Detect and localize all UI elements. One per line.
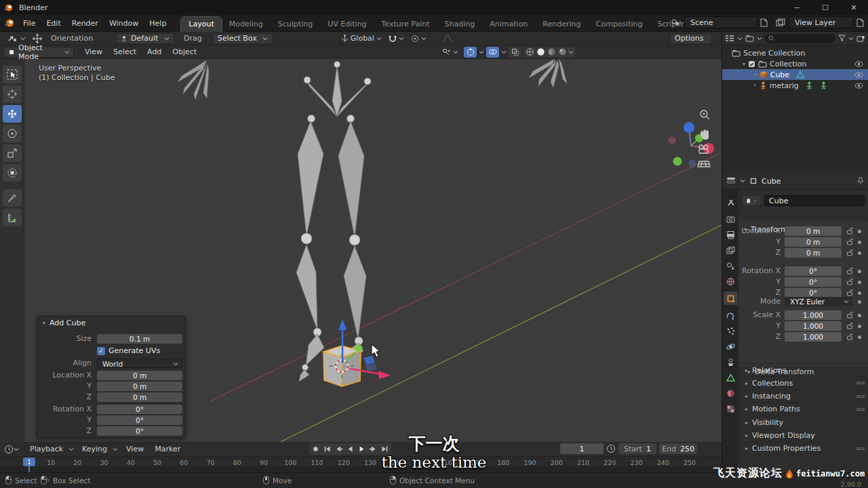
prev-keyframe-button[interactable]: [334, 444, 344, 454]
cursor-tool[interactable]: [3, 85, 22, 103]
section-instancing[interactable]: ▸Instancing≡≡: [738, 390, 868, 403]
lock-open-icon[interactable]: [846, 311, 854, 319]
solid-shading-button[interactable]: [536, 47, 546, 57]
animate-dot-icon[interactable]: [858, 230, 861, 233]
next-keyframe-button[interactable]: [368, 444, 378, 454]
object-tab[interactable]: [724, 291, 738, 305]
scale-tool[interactable]: [3, 144, 22, 162]
play-reverse-button[interactable]: [345, 444, 355, 454]
jump-start-button[interactable]: [322, 444, 332, 454]
menu-render[interactable]: Render: [66, 17, 104, 30]
active-tool-icon[interactable]: [4, 33, 29, 44]
lock-open-icon[interactable]: [846, 267, 854, 274]
annotate-tool[interactable]: [3, 189, 22, 207]
outliner-row-metarig[interactable]: •metarig: [722, 80, 868, 91]
lock-open-icon[interactable]: [846, 278, 854, 285]
workspace-tab-sculpting[interactable]: Sculpting: [271, 17, 320, 32]
timeline-editor-icon[interactable]: [4, 445, 14, 454]
size-field[interactable]: 0.1 m: [97, 334, 182, 344]
scene-name-field[interactable]: Scene: [684, 16, 757, 28]
timeline-menu-keying[interactable]: Keying: [77, 443, 113, 455]
gizmos-toggle[interactable]: [464, 47, 477, 58]
maximize-button[interactable]: ☐: [811, 0, 840, 15]
workspace-tab-modeling[interactable]: Modeling: [222, 17, 271, 32]
viewport-menu-object[interactable]: Object: [167, 45, 202, 58]
viewport-menu-select[interactable]: Select: [108, 45, 142, 58]
grid-ortho-icon[interactable]: [698, 161, 710, 167]
outliner-row-scene-collection[interactable]: Scene Collection: [722, 47, 868, 58]
material-shading-button[interactable]: [547, 47, 557, 57]
physics-tab[interactable]: [724, 340, 738, 353]
new-view-layer-icon[interactable]: [856, 18, 864, 27]
y-value-field[interactable]: 0 m: [785, 237, 842, 247]
workspace-tab-animation[interactable]: Animation: [482, 17, 535, 32]
object-types-visibility-dropdown[interactable]: [439, 47, 462, 58]
viewport-menu-add[interactable]: Add: [142, 45, 167, 58]
section-collections[interactable]: ▸Collections≡≡: [738, 376, 868, 389]
animate-dot-icon[interactable]: [858, 300, 861, 304]
location-x-value-field[interactable]: 0 m: [785, 226, 842, 236]
view-layer-icon[interactable]: [776, 18, 786, 26]
close-button[interactable]: ✕: [840, 0, 868, 15]
tool-tab[interactable]: [724, 195, 738, 209]
select-box-tool[interactable]: [3, 66, 22, 83]
section-visibility[interactable]: ▸Visibility: [738, 415, 868, 428]
id-type-dropdown[interactable]: [741, 195, 762, 206]
eye-icon[interactable]: [854, 61, 863, 67]
mode-value-field[interactable]: XYZ Euler: [785, 297, 852, 306]
transform-tool[interactable]: [3, 164, 22, 182]
view-layer-tab[interactable]: [724, 243, 738, 257]
rotation-x-value-field[interactable]: 0°: [785, 266, 842, 276]
y-field[interactable]: 0°: [97, 415, 182, 425]
scale-x-value-field[interactable]: 1.000: [785, 310, 842, 320]
zoom-icon[interactable]: [701, 110, 709, 119]
outliner-search-input[interactable]: [765, 34, 835, 43]
new-scene-icon[interactable]: [760, 18, 768, 27]
animate-dot-icon[interactable]: [858, 281, 861, 284]
workspace-tab-compositing[interactable]: Compositing: [589, 17, 650, 32]
menu-edit[interactable]: Edit: [41, 17, 66, 30]
animate-dot-icon[interactable]: [858, 325, 861, 328]
constraints-tab[interactable]: [724, 355, 738, 369]
z-field[interactable]: 0°: [97, 426, 182, 436]
xray-toggle[interactable]: [509, 47, 521, 58]
scene-tab[interactable]: [724, 259, 738, 272]
display-mode-icon[interactable]: [725, 35, 734, 42]
animate-dot-icon[interactable]: [858, 314, 861, 317]
pin-icon[interactable]: [857, 177, 864, 185]
section-motion-paths[interactable]: ▸Motion Paths≡≡: [738, 403, 868, 415]
material-tab[interactable]: [724, 386, 738, 400]
section-viewport-display[interactable]: ▸Viewport Display: [738, 429, 868, 442]
y-value-field[interactable]: 1.000: [785, 321, 842, 331]
animate-dot-icon[interactable]: [858, 336, 861, 339]
scene-icon[interactable]: [671, 18, 682, 26]
menu-file[interactable]: File: [18, 17, 41, 30]
editor-type-icon[interactable]: [726, 177, 736, 185]
record-button[interactable]: [311, 444, 321, 454]
new-collection-icon[interactable]: [856, 35, 865, 42]
modifiers-tab[interactable]: [724, 308, 738, 322]
falloff-curve-icon[interactable]: [442, 35, 453, 42]
output-tab[interactable]: [724, 228, 738, 241]
z-field[interactable]: 0 m: [97, 392, 182, 402]
filter-collection-icon[interactable]: [745, 35, 754, 42]
outliner-row-collection[interactable]: ▾Collection: [722, 58, 868, 69]
data-tab[interactable]: [724, 371, 738, 384]
lock-open-icon[interactable]: [846, 238, 854, 245]
animate-dot-icon[interactable]: [858, 270, 861, 273]
auto-keying-clock-icon[interactable]: [606, 444, 616, 453]
timeline-menu-playback[interactable]: Playback: [24, 443, 68, 455]
jump-end-button[interactable]: [380, 444, 390, 454]
drag-mode-dropdown[interactable]: Select Box: [213, 33, 273, 44]
location-x-field[interactable]: 0 m: [97, 371, 182, 380]
play-button[interactable]: [357, 444, 367, 454]
section-relations[interactable]: ▸Relations: [738, 363, 868, 376]
z-value-field[interactable]: 0°: [785, 288, 842, 298]
menu-window[interactable]: Window: [104, 17, 144, 30]
workspace-tab-rendering[interactable]: Rendering: [535, 17, 588, 32]
rotation-x-field[interactable]: 0°: [97, 405, 182, 414]
view-layer-field[interactable]: View Layer: [789, 16, 854, 28]
options-dropdown[interactable]: Options: [670, 33, 712, 44]
y-value-field[interactable]: 0°: [785, 277, 842, 287]
texture-tab[interactable]: [724, 402, 738, 415]
